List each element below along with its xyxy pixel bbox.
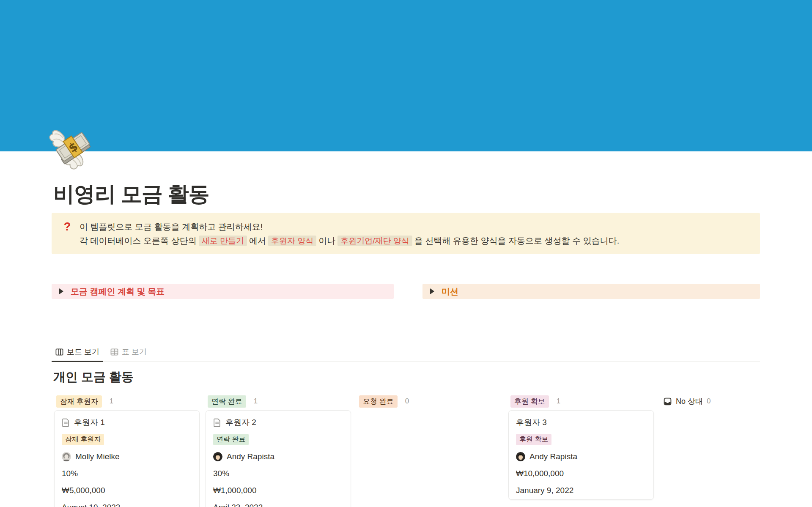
card-status-badge: 후원 확보 xyxy=(516,434,551,445)
column-header: 요청 완료 0 xyxy=(357,395,502,408)
callout: ? 이 템플릿으로 모금 활동을 계획하고 관리하세요! 각 데이터베이스 오른… xyxy=(52,213,760,254)
card-person-row: Andy Rapista xyxy=(213,451,343,462)
andy-avatar-image xyxy=(516,452,525,461)
board-section-title: 개인 모금 활동 xyxy=(53,369,134,386)
card-title-row: 후원자 1 xyxy=(62,417,192,428)
column-header: No 상태 0 xyxy=(660,395,805,408)
column-count: 1 xyxy=(110,397,113,406)
column-status-badge[interactable]: 잠재 후원자 xyxy=(56,395,102,408)
money-with-wings-icon: $ xyxy=(49,123,98,173)
no-status-icon xyxy=(663,397,672,406)
card-percent-row: 10% xyxy=(62,468,192,479)
card-title[interactable]: 후원자 2 xyxy=(225,417,256,428)
card-title[interactable]: 후원자 3 xyxy=(516,417,547,428)
page-cover[interactable] xyxy=(0,0,812,151)
tab-board-view[interactable]: 보드 보기 xyxy=(52,344,103,361)
corp-form-code-chip: 후원기업/재단 양식 xyxy=(337,236,412,246)
andy-avatar-image xyxy=(213,452,222,461)
table-view-icon xyxy=(110,348,118,356)
callout-line2-text: 각 데이터베이스 오른쪽 상단의 xyxy=(80,236,197,245)
card-amount-row: ₩1,000,000 xyxy=(213,485,343,496)
page-title: 비영리 모금 활동 xyxy=(53,180,561,208)
card-date-row: August 10, 2022 xyxy=(62,502,192,507)
column-count: 1 xyxy=(557,397,560,406)
avatar xyxy=(62,452,71,461)
column-status-badge[interactable]: 연락 완료 xyxy=(208,395,246,408)
column-header: 잠재 후원자 1 xyxy=(54,395,200,408)
board-column-no-status: No 상태 0 xyxy=(660,395,805,507)
new-button-code-chip: 새로 만들기 xyxy=(199,236,247,246)
toggle-label[interactable]: 미션 xyxy=(442,286,458,297)
card-date-row: January 9, 2022 xyxy=(516,485,646,496)
toggle-mission[interactable]: 미션 xyxy=(422,284,760,299)
card-donor-2[interactable]: 후원자 2 연락 완료 Andy Rapista 30% ₩1,0 xyxy=(206,410,351,507)
question-mark-icon: ? xyxy=(62,220,73,233)
column-count: 0 xyxy=(707,397,710,406)
card-status-row: 잠재 후원자 xyxy=(62,434,192,445)
person-name: Andy Rapista xyxy=(529,452,577,461)
avatar xyxy=(213,452,222,461)
card-donor-1[interactable]: 후원자 1 잠재 후원자 Molly Mielke 10% xyxy=(54,410,200,507)
avatar xyxy=(516,452,525,461)
card-title-row: 후원자 2 xyxy=(213,417,343,428)
card-person-row: Andy Rapista xyxy=(516,451,646,462)
callout-line-1: 이 템플릿으로 모금 활동을 계획하고 관리하세요! xyxy=(80,220,619,234)
callout-line2-text: 을 선택해 유용한 양식을 자동으로 생성할 수 있습니다. xyxy=(414,236,619,245)
toggle-campaign-plan[interactable]: 모금 캠페인 계획 및 목표 xyxy=(52,284,394,299)
board-column-potential: 잠재 후원자 1 후원자 1 잠재 후원자 xyxy=(54,395,200,507)
date-value: January 9, 2022 xyxy=(516,486,573,495)
money-with-wings-emoji[interactable]: $ xyxy=(49,123,98,173)
card-date-row: April 23, 2022 xyxy=(213,502,343,507)
board-column-contacted: 연락 완료 1 후원자 2 연락 완료 xyxy=(206,395,351,507)
column-header: 후원 확보 1 xyxy=(508,395,654,408)
date-value: August 10, 2022 xyxy=(62,503,120,507)
tab-table-view[interactable]: 표 보기 xyxy=(107,344,151,361)
column-status-label[interactable]: No 상태 xyxy=(676,396,703,406)
donor-form-code-chip: 후원자 양식 xyxy=(268,236,316,246)
board-view-icon xyxy=(55,348,63,356)
person-name: Andy Rapista xyxy=(227,452,274,461)
callout-line2-text: 이나 xyxy=(318,236,335,245)
card-person-row: Molly Mielke xyxy=(62,451,192,462)
card-title[interactable]: 후원자 1 xyxy=(74,417,105,428)
card-amount-row: ₩10,000,000 xyxy=(516,468,646,479)
page-icon xyxy=(213,418,221,427)
person-name: Molly Mielke xyxy=(75,452,120,461)
card-status-badge: 잠재 후원자 xyxy=(62,434,104,445)
card-amount-row: ₩5,000,000 xyxy=(62,485,192,496)
view-tab-bar: 보드 보기 표 보기 xyxy=(52,346,760,362)
amount-value: ₩1,000,000 xyxy=(213,486,256,495)
card-status-badge: 연락 완료 xyxy=(213,434,249,445)
column-status-badge[interactable]: 요청 완료 xyxy=(359,395,398,408)
column-header: 연락 완료 1 xyxy=(206,395,351,408)
amount-value: ₩5,000,000 xyxy=(62,486,105,495)
callout-text: 이 템플릿으로 모금 활동을 계획하고 관리하세요! 각 데이터베이스 오른쪽 … xyxy=(80,220,619,248)
board-column-secured: 후원 확보 1 후원자 3 후원 확보 Andy Rapista xyxy=(508,395,654,507)
toggle-triangle-icon[interactable] xyxy=(59,288,63,294)
card-status-row: 연락 완료 xyxy=(213,434,343,445)
tab-label[interactable]: 표 보기 xyxy=(122,347,147,357)
card-donor-3[interactable]: 후원자 3 후원 확보 Andy Rapista ₩10,000,000 xyxy=(508,410,654,500)
column-count: 0 xyxy=(405,397,409,406)
toggle-triangle-icon[interactable] xyxy=(430,288,434,294)
card-percent-row: 30% xyxy=(213,468,343,479)
date-value: April 23, 2022 xyxy=(213,503,263,507)
card-status-row: 후원 확보 xyxy=(516,434,646,445)
amount-value: ₩10,000,000 xyxy=(516,469,564,478)
board-column-requested: 요청 완료 0 xyxy=(357,395,502,507)
kanban-board: 잠재 후원자 1 후원자 1 잠재 후원자 xyxy=(54,395,805,507)
tab-label[interactable]: 보드 보기 xyxy=(67,347,99,357)
column-status-badge[interactable]: 후원 확보 xyxy=(510,395,549,408)
molly-avatar-image xyxy=(62,452,71,461)
percent-value: 30% xyxy=(213,469,229,478)
percent-value: 10% xyxy=(62,469,78,478)
page-icon xyxy=(62,418,70,427)
card-title-row: 후원자 3 xyxy=(516,417,646,428)
column-count: 1 xyxy=(254,397,258,406)
toggle-label[interactable]: 모금 캠페인 계획 및 목표 xyxy=(71,286,165,297)
callout-line-2: 각 데이터베이스 오른쪽 상단의새로 만들기에서후원자 양식이나후원기업/재단 … xyxy=(80,234,619,248)
callout-line2-text: 에서 xyxy=(249,236,266,245)
